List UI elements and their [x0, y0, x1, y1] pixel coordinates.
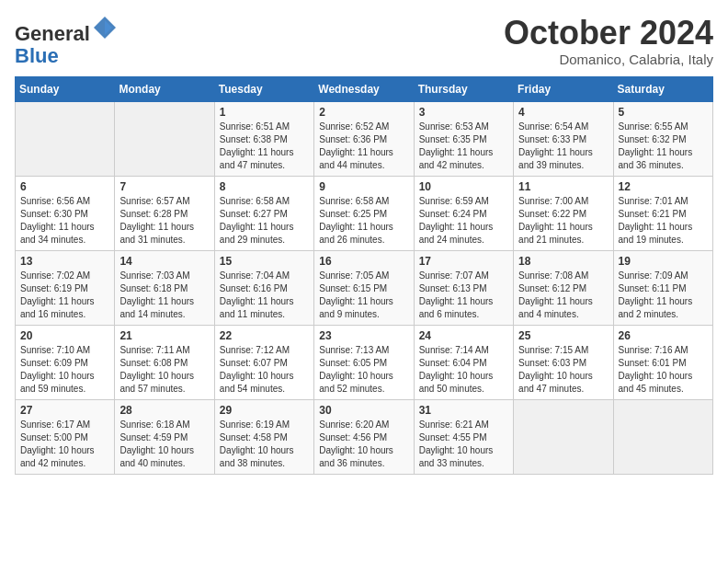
day-number: 23	[319, 329, 408, 342]
day-number: 1	[220, 106, 309, 119]
day-number: 16	[319, 255, 408, 268]
day-info: Sunrise: 6:21 AM Sunset: 4:55 PM Dayligh…	[419, 419, 508, 470]
calendar-week-row: 6Sunrise: 6:56 AM Sunset: 6:30 PM Daylig…	[16, 177, 713, 251]
calendar-cell: 19Sunrise: 7:09 AM Sunset: 6:11 PM Dayli…	[613, 251, 712, 326]
day-info: Sunrise: 7:12 AM Sunset: 6:07 PM Dayligh…	[220, 344, 309, 396]
calendar-cell: 6Sunrise: 6:56 AM Sunset: 6:30 PM Daylig…	[16, 177, 115, 251]
calendar-cell: 11Sunrise: 7:00 AM Sunset: 6:22 PM Dayli…	[514, 177, 613, 251]
calendar-body: 1Sunrise: 6:51 AM Sunset: 6:38 PM Daylig…	[16, 102, 713, 475]
calendar-cell: 28Sunrise: 6:18 AM Sunset: 4:59 PM Dayli…	[115, 400, 214, 475]
calendar-cell: 14Sunrise: 7:03 AM Sunset: 6:18 PM Dayli…	[115, 251, 214, 326]
calendar-cell: 25Sunrise: 7:15 AM Sunset: 6:03 PM Dayli…	[514, 326, 613, 400]
day-header-thursday: Thursday	[414, 77, 513, 102]
day-number: 11	[518, 180, 608, 193]
day-info: Sunrise: 7:08 AM Sunset: 6:12 PM Dayligh…	[518, 270, 608, 321]
day-number: 19	[619, 255, 708, 268]
calendar-cell: 7Sunrise: 6:57 AM Sunset: 6:28 PM Daylig…	[115, 177, 214, 251]
day-header-friday: Friday	[514, 77, 613, 102]
day-header-wednesday: Wednesday	[314, 77, 414, 102]
day-number: 12	[619, 180, 708, 193]
day-info: Sunrise: 7:02 AM Sunset: 6:19 PM Dayligh…	[20, 270, 109, 321]
calendar-cell: 24Sunrise: 7:14 AM Sunset: 6:04 PM Dayli…	[414, 326, 513, 400]
day-number: 29	[220, 404, 309, 417]
day-number: 25	[518, 329, 608, 342]
day-info: Sunrise: 6:19 AM Sunset: 4:58 PM Dayligh…	[220, 419, 309, 470]
day-info: Sunrise: 6:58 AM Sunset: 6:25 PM Dayligh…	[319, 195, 408, 247]
day-info: Sunrise: 7:09 AM Sunset: 6:11 PM Dayligh…	[619, 270, 708, 321]
day-info: Sunrise: 6:53 AM Sunset: 6:35 PM Dayligh…	[419, 121, 508, 172]
day-info: Sunrise: 7:15 AM Sunset: 6:03 PM Dayligh…	[518, 344, 608, 396]
calendar-cell: 4Sunrise: 6:54 AM Sunset: 6:33 PM Daylig…	[514, 102, 613, 177]
calendar-cell: 15Sunrise: 7:04 AM Sunset: 6:16 PM Dayli…	[214, 251, 313, 326]
calendar-week-row: 13Sunrise: 7:02 AM Sunset: 6:19 PM Dayli…	[16, 251, 713, 326]
day-number: 2	[319, 106, 408, 119]
day-info: Sunrise: 6:51 AM Sunset: 6:38 PM Dayligh…	[220, 121, 309, 172]
day-info: Sunrise: 6:18 AM Sunset: 4:59 PM Dayligh…	[119, 419, 209, 470]
title-block: October 2024 Domanico, Calabria, Italy	[504, 15, 713, 67]
calendar-cell: 12Sunrise: 7:01 AM Sunset: 6:21 PM Dayli…	[613, 177, 712, 251]
calendar-cell	[613, 400, 712, 475]
day-info: Sunrise: 7:14 AM Sunset: 6:04 PM Dayligh…	[419, 344, 508, 396]
calendar-cell: 1Sunrise: 6:51 AM Sunset: 6:38 PM Daylig…	[214, 102, 313, 177]
calendar-cell: 3Sunrise: 6:53 AM Sunset: 6:35 PM Daylig…	[414, 102, 513, 177]
calendar-cell: 18Sunrise: 7:08 AM Sunset: 6:12 PM Dayli…	[514, 251, 613, 326]
day-info: Sunrise: 7:16 AM Sunset: 6:01 PM Dayligh…	[619, 344, 708, 396]
location: Domanico, Calabria, Italy	[504, 52, 713, 67]
calendar-cell: 13Sunrise: 7:02 AM Sunset: 6:19 PM Dayli…	[16, 251, 115, 326]
day-number: 6	[20, 180, 109, 193]
calendar-cell: 27Sunrise: 6:17 AM Sunset: 5:00 PM Dayli…	[16, 400, 115, 475]
day-header-saturday: Saturday	[613, 77, 712, 102]
day-number: 18	[518, 255, 608, 268]
calendar-header-row: SundayMondayTuesdayWednesdayThursdayFrid…	[16, 77, 713, 102]
day-number: 15	[220, 255, 309, 268]
day-info: Sunrise: 7:13 AM Sunset: 6:05 PM Dayligh…	[319, 344, 408, 396]
calendar-cell: 2Sunrise: 6:52 AM Sunset: 6:36 PM Daylig…	[314, 102, 414, 177]
day-info: Sunrise: 7:03 AM Sunset: 6:18 PM Dayligh…	[119, 270, 209, 321]
day-info: Sunrise: 6:59 AM Sunset: 6:24 PM Dayligh…	[419, 195, 508, 247]
calendar-cell: 9Sunrise: 6:58 AM Sunset: 6:25 PM Daylig…	[314, 177, 414, 251]
calendar-cell: 26Sunrise: 7:16 AM Sunset: 6:01 PM Dayli…	[613, 326, 712, 400]
day-number: 9	[319, 180, 408, 193]
day-info: Sunrise: 6:57 AM Sunset: 6:28 PM Dayligh…	[119, 195, 209, 247]
page-header: General Blue October 2024 Domanico, Cala…	[15, 15, 713, 67]
calendar-week-row: 1Sunrise: 6:51 AM Sunset: 6:38 PM Daylig…	[16, 102, 713, 177]
day-info: Sunrise: 6:55 AM Sunset: 6:32 PM Dayligh…	[619, 121, 708, 172]
day-number: 26	[619, 329, 708, 342]
calendar-cell	[115, 102, 214, 177]
day-info: Sunrise: 6:20 AM Sunset: 4:56 PM Dayligh…	[319, 419, 408, 470]
day-number: 17	[419, 255, 508, 268]
day-number: 8	[220, 180, 309, 193]
day-number: 28	[119, 404, 209, 417]
day-header-tuesday: Tuesday	[214, 77, 313, 102]
day-info: Sunrise: 6:52 AM Sunset: 6:36 PM Dayligh…	[319, 121, 408, 172]
day-number: 5	[619, 106, 708, 119]
logo-icon	[92, 15, 118, 40]
calendar-cell: 16Sunrise: 7:05 AM Sunset: 6:15 PM Dayli…	[314, 251, 414, 326]
day-info: Sunrise: 7:07 AM Sunset: 6:13 PM Dayligh…	[419, 270, 508, 321]
day-number: 27	[20, 404, 109, 417]
calendar-cell: 17Sunrise: 7:07 AM Sunset: 6:13 PM Dayli…	[414, 251, 513, 326]
day-number: 31	[419, 404, 508, 417]
logo-blue: Blue	[15, 44, 59, 67]
day-info: Sunrise: 6:17 AM Sunset: 5:00 PM Dayligh…	[20, 419, 109, 470]
day-number: 4	[518, 106, 608, 119]
day-number: 21	[119, 329, 209, 342]
calendar-cell: 21Sunrise: 7:11 AM Sunset: 6:08 PM Dayli…	[115, 326, 214, 400]
calendar-week-row: 27Sunrise: 6:17 AM Sunset: 5:00 PM Dayli…	[16, 400, 713, 475]
calendar-cell: 31Sunrise: 6:21 AM Sunset: 4:55 PM Dayli…	[414, 400, 513, 475]
calendar-cell: 29Sunrise: 6:19 AM Sunset: 4:58 PM Dayli…	[214, 400, 313, 475]
day-number: 24	[419, 329, 508, 342]
logo: General Blue	[15, 15, 118, 67]
day-info: Sunrise: 7:04 AM Sunset: 6:16 PM Dayligh…	[220, 270, 309, 321]
month-title: October 2024	[504, 15, 713, 52]
day-number: 20	[20, 329, 109, 342]
day-number: 30	[319, 404, 408, 417]
day-number: 14	[119, 255, 209, 268]
day-info: Sunrise: 6:56 AM Sunset: 6:30 PM Dayligh…	[20, 195, 109, 247]
day-header-monday: Monday	[115, 77, 214, 102]
day-number: 3	[419, 106, 508, 119]
calendar-cell: 30Sunrise: 6:20 AM Sunset: 4:56 PM Dayli…	[314, 400, 414, 475]
day-number: 22	[220, 329, 309, 342]
calendar-week-row: 20Sunrise: 7:10 AM Sunset: 6:09 PM Dayli…	[16, 326, 713, 400]
calendar-cell: 20Sunrise: 7:10 AM Sunset: 6:09 PM Dayli…	[16, 326, 115, 400]
